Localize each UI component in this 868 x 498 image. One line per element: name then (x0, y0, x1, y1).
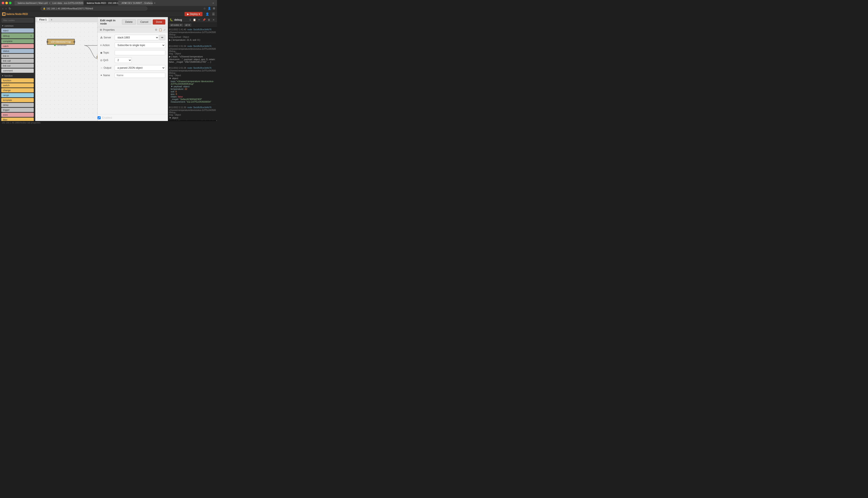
debug-path2: msg : Object (169, 52, 216, 55)
debug-node-id: node: 5bcbfb38ce3d4b76 (187, 106, 212, 109)
status-url: 192.168.1.46:1880/#editor-tab-properties (2, 122, 41, 124)
node-item-switch[interactable]: switch (1, 83, 34, 88)
node-item-link-out[interactable]: link out (1, 64, 34, 68)
debug-copy-icon[interactable]: 📋 (192, 18, 197, 22)
browser-tab-tab2[interactable]: Live data - eui-2cf7f1c043500...✕ (49, 1, 83, 5)
node-item-debug[interactable]: debug≡ (1, 33, 34, 38)
deploy-icon: ▶ (187, 13, 189, 16)
node-item-function[interactable]: function (1, 78, 34, 82)
node-item-inject[interactable]: inject (1, 28, 34, 32)
connected-status: connected (54, 44, 66, 46)
debug-scrollbar-thumb[interactable] (216, 120, 217, 121)
delete-button[interactable]: Delete (122, 19, 136, 25)
tab-close-icon[interactable]: ✕ (125, 2, 126, 4)
browser-tab-tab3[interactable]: balena Node-RED : 192.168.1.46...✕ (84, 1, 118, 5)
node-item-status[interactable]: status (1, 49, 34, 53)
output-select[interactable]: a parsed JSON object (115, 65, 165, 70)
node-group-header-function[interactable]: ▼function (0, 74, 35, 78)
node-item-catch[interactable]: catch (1, 44, 34, 48)
debug-clear-icon[interactable]: 🗑 (207, 18, 211, 22)
user-icon[interactable]: 👤 (205, 12, 209, 16)
server-select[interactable]: stack:1883 (115, 35, 159, 40)
tab-close-icon[interactable]: ✕ (86, 2, 88, 4)
node-item-link-call[interactable]: link call (1, 59, 34, 63)
debug-entry-1: 8/11/2022 1:51:34 node: 5bcbfb38ce3d4b76… (169, 45, 216, 65)
back-button[interactable]: ‹ (2, 7, 4, 10)
bookmark-icon[interactable]: ☆ (203, 7, 206, 10)
browser-tab-tab4[interactable]: ARM DEV SUMMIT - Grafana✕ (118, 1, 153, 5)
menu-icon[interactable]: ☰ (212, 12, 215, 16)
filter-all-nodes-btn[interactable]: all nodes ▼ (169, 24, 183, 27)
debug-summary[interactable]: ▼ object (169, 117, 216, 119)
output-row: → Output a parsed JSON object (100, 65, 165, 70)
debug-path2: msg.payload : Object (169, 36, 216, 38)
debug-close-icon[interactable]: ✕ (212, 18, 215, 22)
url-bar[interactable]: 🔒 192.168.1.46:1880/#flow/8ba0200717f564… (41, 6, 148, 11)
tab-close-icon[interactable]: ✕ (154, 2, 155, 4)
maximize-button[interactable] (9, 2, 12, 4)
debug-info-icon[interactable]: ℹ (189, 18, 191, 22)
node-item-comment[interactable]: comment (1, 68, 34, 73)
props-icon-3[interactable]: ⤢ (163, 28, 166, 31)
cancel-button[interactable]: Cancel (137, 19, 151, 25)
node-item-change[interactable]: change (1, 88, 34, 92)
debug-pin-icon[interactable]: 📌 (202, 18, 206, 22)
output-icon: → (100, 66, 103, 69)
node-item-delay[interactable]: delay (1, 103, 34, 107)
flow-tab-1[interactable]: Flow 1 (37, 17, 49, 22)
name-label: ✦ Name (100, 74, 113, 77)
reload-button[interactable]: ↻ (8, 7, 12, 10)
debug-node-id: node: 5bcbfb38ce3d4b76 (187, 67, 212, 69)
debug-summary[interactable]: ▶ { topic: "v3/seeed-temperature /device… (169, 55, 216, 63)
filter-all-btn[interactable]: all ▼ (184, 24, 192, 27)
debug-summary[interactable]: ▼ object (169, 77, 216, 80)
enabled-checkbox[interactable] (98, 116, 101, 119)
debug-timestamp: 8/11/2022 2:01:38 node: 5bcbfb38ce3d4b76 (169, 67, 216, 69)
close-button[interactable] (2, 2, 4, 4)
action-select[interactable]: Subscribe to single topic (115, 42, 165, 48)
extensions-icon[interactable]: ⚙ (213, 7, 215, 10)
function-port-left (96, 56, 98, 58)
server-edit-button[interactable]: ✏ (159, 35, 165, 40)
function-node[interactable]: function (97, 54, 98, 60)
action-row: ≡ Action Subscribe to single topic (100, 42, 165, 48)
node-label: debug (3, 35, 10, 37)
node-groups: ▼commoninjectdebug≡completecatchstatusli… (0, 24, 35, 121)
node-group-header-common[interactable]: ▼common (0, 24, 35, 28)
debug-scrollbar[interactable] (168, 120, 217, 121)
enabled-label: Enabled (102, 116, 112, 119)
new-tab-button[interactable]: + (211, 1, 215, 5)
deploy-label: Deploy (190, 13, 198, 16)
node-item-link-in[interactable]: link in (1, 54, 34, 58)
debug-summary[interactable]: ▶ { temperature: 21.9, soil: 0 } (169, 39, 216, 41)
tab-close-icon[interactable]: ✕ (49, 2, 50, 4)
flow-tab-bar: Flow 1 + (35, 17, 98, 22)
debug-path: v3/seeed-temperature/devices/eui-2cf7f1c… (169, 48, 216, 52)
browser-tab-tab1[interactable]: balena dashboard | Marc-pi4✕ (14, 1, 49, 5)
node-item-complete[interactable]: complete (1, 39, 34, 43)
node-item-template[interactable]: template (1, 98, 34, 102)
add-flow-button[interactable]: + (49, 17, 54, 22)
node-label: filter (3, 118, 8, 121)
props-icons: ⚙ 📋 ⤢ (155, 28, 166, 31)
deploy-button[interactable]: ▶ Deploy ▾ (184, 12, 203, 16)
debug-edit-icon[interactable]: ✏ (197, 18, 201, 22)
debug-content: 8/11/2022 1:41:40 node: 5bcbfb38ce3d4b76… (168, 27, 217, 120)
filter-nodes-input[interactable] (2, 18, 33, 23)
node-item-trigger[interactable]: trigger (1, 108, 34, 112)
props-icon-2[interactable]: 📋 (159, 28, 162, 31)
node-item-exec[interactable]: exec (1, 113, 34, 117)
topic-input[interactable]: v3/+/devices/+/up (115, 50, 165, 55)
profile-icon[interactable]: 👤 (208, 7, 211, 10)
minimize-button[interactable] (5, 2, 8, 4)
qos-select[interactable]: 2 (115, 57, 132, 63)
app: ⬛ balena Node-RED ▶ Deploy ▾ 👤 ☰ ▼common… (0, 11, 217, 124)
debug-timestamp: 8/11/2022 1:41:40 node: 5bcbfb38ce3d4b76 (169, 28, 216, 31)
debug-object-line: ▼ payload: object (171, 85, 216, 88)
name-input[interactable] (115, 73, 165, 78)
done-button[interactable]: Done (153, 19, 165, 25)
node-item-range[interactable]: range (1, 93, 34, 97)
props-icon-1[interactable]: ⚙ (155, 28, 157, 31)
forward-button[interactable]: › (5, 7, 7, 10)
node-item-filter[interactable]: filter (1, 118, 34, 121)
